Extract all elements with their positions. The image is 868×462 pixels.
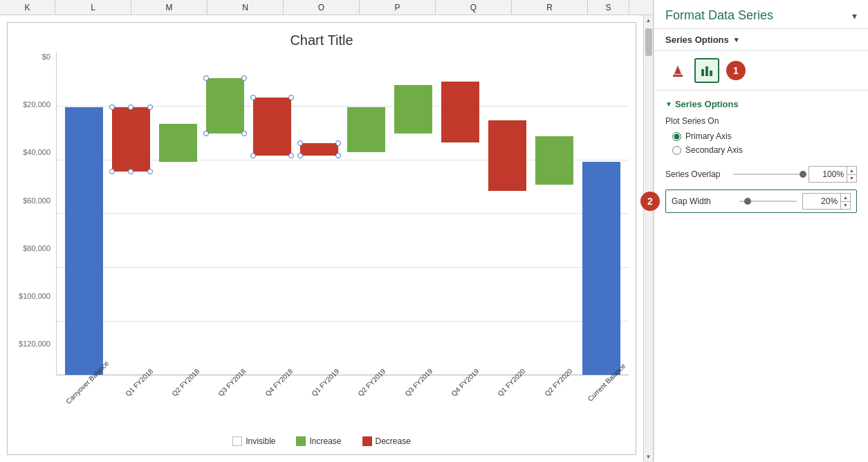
handle-bl[interactable] [203,131,209,136]
bar-q3-fy2019[interactable] [394,85,432,133]
bar-group-q3-fy2019[interactable] [390,53,437,375]
panel-dropdown-btn[interactable]: ▾ [852,10,857,21]
secondary-axis-option[interactable]: Secondary Axis [672,145,857,155]
handle-bl[interactable] [297,153,303,158]
bar-current[interactable] [582,162,620,375]
handle-tr[interactable] [288,95,294,100]
handle-tr[interactable] [241,75,247,81]
legend-swatch-invisible [232,436,242,446]
col-r[interactable]: R [512,0,588,15]
y-label-3: $60,000 [23,196,50,205]
fill-effects-icon-btn[interactable] [665,58,690,83]
chart-frame[interactable]: Chart Title $120,000 $100,000 $80,000 $6… [7,22,636,455]
handle-tl[interactable] [297,140,303,146]
handle-tl[interactable] [203,75,209,81]
gap-width-up[interactable]: ▲ [841,194,850,202]
bar-q1-fy2018[interactable] [112,107,150,172]
gap-width-spinner[interactable]: 20% ▲ ▼ [802,193,851,210]
bar-group-q1-fy2020[interactable] [484,53,531,375]
col-m[interactable]: M [131,0,207,15]
handle-tl[interactable] [250,95,256,100]
series-options-section: ▼ Series Options Plot Series On Primary … [654,91,868,462]
bar-q2-fy2019[interactable] [347,107,385,152]
chart-body: $120,000 $100,000 $80,000 $60,000 $40,00… [8,53,636,376]
y-label-2: $80,000 [23,244,50,252]
gap-width-slider[interactable] [739,201,797,202]
svg-rect-3 [705,66,708,76]
series-overlap-slider[interactable] [733,174,803,175]
bar-carryover[interactable] [65,107,103,375]
bar-q2-fy2020[interactable] [535,136,573,185]
col-l[interactable]: L [55,0,131,15]
bars-area [57,53,629,375]
bar-group-q4-fy2019[interactable] [437,53,484,375]
section-title: ▼ Series Options [665,99,857,109]
secondary-axis-radio[interactable] [672,146,681,155]
y-label-1: $100,000 [19,292,50,300]
scroll-down-arrow[interactable]: ▼ [644,452,654,462]
radio-group: Primary Axis Secondary Axis [665,131,857,155]
legend-swatch-decrease [362,436,372,446]
y-label-6: $0 [42,53,50,61]
series-options-icon-btn[interactable] [694,58,719,83]
bar-group-q2-fy2020[interactable] [531,53,578,375]
handle-br[interactable] [288,153,294,158]
bar-group-q4-fy2018[interactable] [248,53,295,375]
bar-q4-fy2018[interactable] [253,98,291,156]
bar-group-current[interactable] [578,53,625,375]
series-overlap-spinner[interactable]: 100% ▲ ▼ [809,166,857,183]
series-overlap-down[interactable]: ▼ [847,175,856,183]
svg-rect-2 [701,69,704,76]
handle-tr[interactable] [147,104,153,110]
handle-tl[interactable] [109,104,115,110]
badge-2: 2 [640,192,660,211]
col-o[interactable]: O [284,0,360,15]
y-label-5: $20,000 [23,100,50,109]
x-axis-labels: Carryover Balance Q1 FY2018 Q2 FY2018 Q3… [8,376,636,431]
handle-br[interactable] [335,153,341,158]
bar-q1-fy2019[interactable] [300,143,338,156]
y-axis: $120,000 $100,000 $80,000 $60,000 $40,00… [8,53,56,348]
bar-group-q1-fy2018[interactable] [107,53,154,375]
series-overlap-up[interactable]: ▲ [847,167,856,175]
primary-axis-option[interactable]: Primary Axis [672,131,857,141]
series-options-header[interactable]: Series Options ▼ [654,29,868,51]
handle-br[interactable] [147,169,153,174]
handle-bl[interactable] [109,169,115,174]
gap-width-thumb[interactable] [744,198,751,205]
series-overlap-row: Series Overlap 100% ▲ ▼ [665,166,857,183]
handle-br[interactable] [241,131,247,136]
bar-group-q2-fy2018[interactable] [154,53,201,375]
col-q[interactable]: Q [436,0,512,15]
handle-tr[interactable] [335,140,341,146]
bar-q3-fy2018[interactable] [206,78,244,133]
series-overlap-arrows[interactable]: ▲ ▼ [847,167,856,182]
bar-q4-fy2019[interactable] [441,82,479,143]
gap-width-arrows[interactable]: ▲ ▼ [840,194,850,209]
handle-bl[interactable] [250,153,256,158]
primary-axis-label: Primary Axis [685,131,732,141]
series-overlap-thumb[interactable] [800,171,806,178]
primary-axis-radio[interactable] [672,132,681,141]
column-headers: K L M N O P Q R S [0,0,653,15]
legend-swatch-increase [296,436,306,446]
scroll-up-arrow[interactable]: ▲ [644,15,654,26]
bar-q2-fy2018[interactable] [159,124,197,163]
bar-group-q3-fy2018[interactable] [201,53,248,375]
handle-bm[interactable] [128,169,133,174]
col-p[interactable]: P [360,0,436,15]
fill-effects-icon [670,63,685,78]
handle-tm[interactable] [128,104,133,110]
gap-width-down[interactable]: ▼ [841,202,850,210]
bar-group-carryover[interactable] [60,53,107,375]
bar-group-q2-fy2019[interactable] [342,53,389,375]
bar-q1-fy2020[interactable] [488,120,526,192]
scrollbar[interactable]: ▲ ▼ [643,15,653,462]
series-options-dropdown-arrow[interactable]: ▼ [733,36,740,44]
col-k[interactable]: K [0,0,55,15]
series-overlap-value: 100% [809,166,847,183]
scroll-thumb[interactable] [645,28,652,56]
col-n[interactable]: N [207,0,284,15]
bar-group-q1-fy2019[interactable] [295,53,342,375]
col-s[interactable]: S [588,0,629,15]
